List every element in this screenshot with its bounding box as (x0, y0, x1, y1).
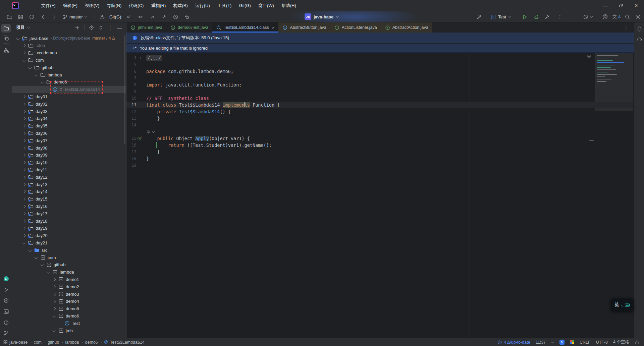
status-CRLF[interactable]: CRLF (580, 340, 591, 345)
tree-item-day02[interactable]: day02 (12, 100, 126, 108)
tree-item-day19[interactable]: day19 (12, 225, 126, 232)
tree-toggle-icon[interactable] (35, 256, 38, 259)
tree-item-day03[interactable]: day03 (12, 108, 126, 115)
breadcrumb-com[interactable]: com (34, 340, 42, 345)
tree-item-com[interactable]: com (12, 254, 126, 261)
tree-item-com[interactable]: com (12, 56, 126, 64)
tree-toggle-icon[interactable] (53, 292, 56, 296)
tab-AbstractButton.java[interactable]: CAbstractButton.java (278, 22, 330, 33)
code-line-1[interactable]: 1›/.../ (126, 55, 633, 61)
code-line-7[interactable]: 7 (126, 75, 633, 81)
tree-toggle-icon[interactable] (22, 190, 26, 193)
status--[interactable]: ∞ (551, 340, 554, 345)
code-line-17[interactable]: 17 } (126, 149, 633, 155)
tree-item-.xcodemap[interactable]: .xcodemap (12, 49, 126, 57)
version-control-tool-button[interactable] (1, 329, 11, 337)
code-line-13[interactable]: 13 } (126, 115, 633, 122)
reload-icon[interactable] (29, 13, 35, 20)
tree-item-day10[interactable]: day10 (12, 159, 126, 166)
tree-toggle-icon[interactable] (22, 241, 26, 244)
tree-toggle-icon[interactable] (16, 37, 20, 40)
tree-item-src[interactable]: src (12, 246, 126, 254)
tree-toggle-icon[interactable] (53, 285, 56, 288)
tree-item-day08[interactable]: day08 (12, 144, 126, 152)
menu--E-[interactable]: 编辑(E) (59, 3, 81, 9)
minimize-button[interactable]: — (598, 0, 613, 11)
tree-item-day17[interactable]: day17 (12, 210, 126, 217)
tree-toggle-icon[interactable] (22, 154, 26, 157)
code-line-6[interactable]: 6package com.github.lambda.demo6; (126, 68, 633, 75)
breadcrumb-github[interactable]: github (48, 340, 59, 345)
tree-item-day13[interactable]: day13 (12, 181, 126, 188)
tree-toggle-icon[interactable] (47, 271, 50, 274)
close-tab-icon[interactable]: × (272, 25, 275, 30)
breadcrumb-Test$$Lambda$14[interactable]: CTest$$Lambda$14 (104, 340, 145, 345)
forward-icon[interactable] (51, 13, 57, 20)
tree-item-Test[interactable]: CTest (12, 320, 126, 327)
commit-tool-button[interactable] (1, 34, 11, 42)
tree-scrollbar[interactable] (124, 35, 125, 144)
settings-gear-icon[interactable] (635, 13, 641, 20)
menu--W-[interactable]: 窗口(W) (255, 3, 278, 9)
project-widget[interactable]: JB java-base (305, 13, 338, 21)
tree-toggle-icon[interactable] (22, 161, 26, 164)
gradle-icon[interactable] (635, 35, 644, 43)
tree-item-day16[interactable]: day16 (12, 203, 126, 210)
tree-toggle-icon[interactable] (22, 58, 26, 62)
tree-item-day12[interactable]: day12 (12, 173, 126, 181)
menu--V-[interactable]: 视图(V) (81, 3, 103, 9)
tree-toggle-icon[interactable] (22, 146, 26, 150)
status-11-37[interactable]: 11:37 (536, 340, 546, 345)
menu-Git-G-[interactable]: Git(G) (235, 3, 254, 8)
code-line-14[interactable]: 14 (126, 122, 633, 128)
git-push-icon[interactable] (150, 13, 155, 20)
build-tools-icon[interactable] (544, 13, 550, 20)
menu--F-[interactable]: 文件(F) (38, 3, 59, 9)
tree-toggle-icon[interactable] (22, 227, 26, 230)
structure-tool-button[interactable] (1, 46, 11, 55)
tree-toggle-icon[interactable] (22, 175, 26, 179)
tree-item-demo6[interactable]: demo6 (12, 312, 126, 320)
tree-item-lambda[interactable]: lambda (12, 71, 126, 78)
tree-item-jmh[interactable]: jmh (12, 327, 126, 334)
git-pull-icon[interactable] (126, 13, 131, 20)
code-line-12[interactable]: 12 private Test$$Lambda$14() { (126, 108, 633, 115)
problems-tool-button[interactable] (1, 318, 11, 327)
tree-toggle-icon[interactable] (29, 66, 32, 69)
menu--N-[interactable]: 导航(N) (103, 3, 125, 9)
tree-item-github[interactable]: github (12, 64, 126, 71)
terminal-tool-button[interactable] (1, 307, 11, 316)
code-line-16[interactable]: 16 return ((Test.Student)var1).getName()… (126, 142, 633, 149)
tree-item-day14[interactable]: day14 (12, 188, 126, 195)
tree-toggle-icon[interactable] (22, 110, 26, 113)
git-commit-icon[interactable] (138, 13, 143, 20)
tree-toggle-icon[interactable] (35, 73, 38, 76)
tree-item-day05[interactable]: day05 (12, 122, 126, 130)
more-actions-icon[interactable]: ⋮ (557, 13, 562, 20)
git-fetch-icon[interactable] (161, 13, 167, 20)
tree-toggle-icon[interactable] (22, 219, 26, 223)
tree-item-github[interactable]: github (12, 261, 126, 269)
breadcrumb-java-base[interactable]: java-base (3, 340, 28, 345)
tree-item-day09[interactable]: day09 (12, 152, 126, 159)
status-ime-grid[interactable] (570, 340, 574, 344)
menu--R-[interactable]: 重构(R) (147, 3, 169, 9)
code-line-11[interactable]: 11final class Test$$Lambda$14 implements… (126, 102, 633, 108)
tree-item-java-base[interactable]: java-base - D:\project\java-basemaster /… (12, 35, 126, 42)
tree-item-day04[interactable]: day04 (12, 115, 126, 122)
tree-toggle-icon[interactable] (22, 95, 26, 98)
more-tools-button[interactable]: ⋯ (1, 56, 11, 64)
breadcrumb-lambda[interactable]: lambda (65, 340, 79, 345)
code-editor[interactable]: 1›/.../56package com.github.lambda.demo6… (126, 53, 634, 338)
save-all-icon[interactable] (18, 13, 23, 20)
breadcrumb-demo6[interactable]: demo6 (85, 340, 98, 345)
tab-ActionListener.java[interactable]: IActionListener.java (330, 22, 381, 33)
tree-item-lambda[interactable]: lambda (12, 269, 126, 276)
tree-toggle-icon[interactable] (22, 234, 26, 237)
back-icon[interactable] (40, 13, 46, 20)
tree-toggle-icon[interactable] (22, 124, 26, 128)
tree-toggle-icon[interactable] (22, 168, 26, 171)
tree-item-demo3[interactable]: demo3 (12, 290, 126, 298)
tree-item-day15[interactable]: day15 (12, 195, 126, 203)
code-line-18[interactable]: 18} (126, 155, 633, 162)
